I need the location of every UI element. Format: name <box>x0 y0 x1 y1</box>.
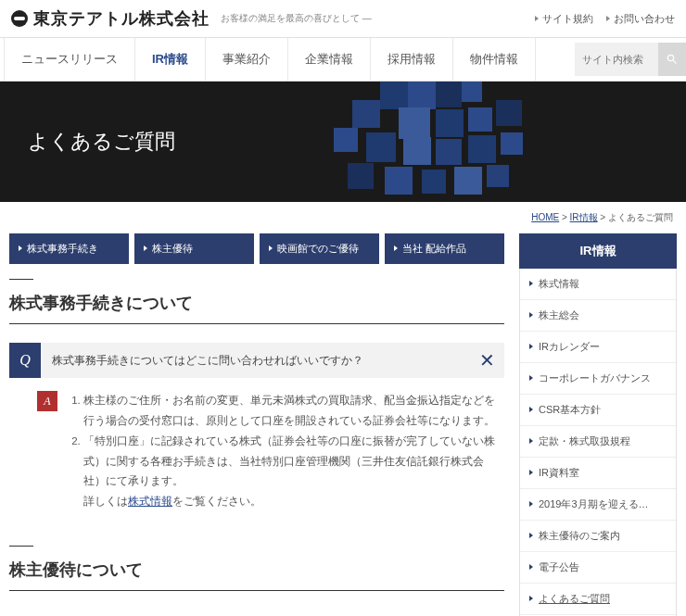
search-icon <box>666 53 679 66</box>
sidebar-list: 株式情報株主総会IRカレンダーコーポレートガバナンスCSR基本方針定款・株式取扱… <box>519 269 677 616</box>
link-terms[interactable]: サイト規約 <box>535 12 593 26</box>
question-text: 株式事務手続きについてはどこに問い合わせればいいですか？ <box>41 353 469 369</box>
sidebar-item-9[interactable]: 電子公告 <box>520 552 676 584</box>
company-name: 東京テアトル株式会社 <box>33 7 210 30</box>
main-content: 株式事務手続き株主優待映画館でのご優待当社 配給作品 株式事務手続きについて Q… <box>9 233 504 616</box>
hero: よくあるご質問 <box>0 82 686 202</box>
sidebar-item-1[interactable]: 株主総会 <box>520 300 676 332</box>
sidebar-item-4[interactable]: CSR基本方針 <box>520 395 676 426</box>
nav-item-2[interactable]: 事業紹介 <box>206 38 288 81</box>
sidebar: IR情報 株式情報株主総会IRカレンダーコーポレートガバナンスCSR基本方針定款… <box>519 233 677 616</box>
sidebar-item-6[interactable]: IR資料室 <box>520 458 676 489</box>
sidebar-item-3[interactable]: コーポレートガバナンス <box>520 363 676 395</box>
tab-row: 株式事務手続き株主優待映画館でのご優待当社 配給作品 <box>9 233 504 264</box>
tab-2[interactable]: 映画館でのご優待 <box>260 233 379 264</box>
tagline: お客様の満足を最高の喜びとして — <box>221 12 372 25</box>
tab-1[interactable]: 株主優待 <box>134 233 254 264</box>
nav-item-1[interactable]: IR情報 <box>135 38 206 81</box>
sidebar-item-2[interactable]: IRカレンダー <box>520 332 676 363</box>
section-title-stock: 株式事務手続きについて <box>9 292 504 324</box>
tab-0[interactable]: 株式事務手続き <box>9 233 129 264</box>
sidebar-item-5[interactable]: 定款・株式取扱規程 <box>520 426 676 458</box>
logo-icon <box>11 10 28 27</box>
q-badge: Q <box>9 343 41 378</box>
breadcrumb-ir[interactable]: IR情報 <box>570 212 598 222</box>
sidebar-item-8[interactable]: 株主優待のご案内 <box>520 521 676 552</box>
logo[interactable]: 東京テアトル株式会社 <box>11 7 210 30</box>
search-box <box>575 43 686 76</box>
header: 東京テアトル株式会社 お客様の満足を最高の喜びとして — サイト規約 お問い合わ… <box>0 0 686 37</box>
qa-block: Q 株式事務手続きについてはどこに問い合わせればいいですか？ ✕ A 株主様のご… <box>9 343 504 512</box>
tab-3[interactable]: 当社 配給作品 <box>385 233 504 264</box>
a-badge: A <box>37 391 57 411</box>
search-input[interactable] <box>575 54 658 65</box>
nav-item-0[interactable]: ニュースリリース <box>4 38 135 81</box>
nav-item-3[interactable]: 企業情報 <box>288 38 371 81</box>
page-title: よくあるご質問 <box>28 128 175 156</box>
sidebar-item-0[interactable]: 株式情報 <box>520 269 676 300</box>
close-icon[interactable]: ✕ <box>469 349 504 371</box>
link-contact[interactable]: お問い合わせ <box>606 12 675 26</box>
breadcrumb-current: よくあるご質問 <box>608 212 673 222</box>
link-stock-info[interactable]: 株式情報 <box>128 496 172 507</box>
answer-body: 株主様のご住所・お名前の変更、単元未満株式の買取請求、配当金振込指定などを行う場… <box>57 391 495 512</box>
section-title-benefit: 株主優待について <box>9 559 504 591</box>
header-links: サイト規約 お問い合わせ <box>535 12 675 26</box>
sidebar-item-7[interactable]: 2019年3月期を迎える… <box>520 489 676 521</box>
breadcrumb: HOME > IR情報 > よくあるご質問 <box>0 202 686 233</box>
answer-item-1: 株主様のご住所・お名前の変更、単元未満株式の買取請求、配当金振込指定などを行う場… <box>83 391 495 432</box>
answer-row: A 株主様のご住所・お名前の変更、単元未満株式の買取請求、配当金振込指定などを行… <box>9 378 504 512</box>
nav-item-4[interactable]: 採用情報 <box>371 38 453 81</box>
nav-item-5[interactable]: 物件情報 <box>453 38 536 81</box>
answer-item-2: 「特別口座」に記録されている株式（証券会社等の口座に振替が完了していない株式）に… <box>83 432 495 512</box>
search-button[interactable] <box>658 43 686 76</box>
main-nav: ニュースリリースIR情報事業紹介企業情報採用情報物件情報 <box>0 37 686 82</box>
question-row[interactable]: Q 株式事務手続きについてはどこに問い合わせればいいですか？ ✕ <box>9 343 504 378</box>
hero-pattern <box>297 82 556 202</box>
breadcrumb-home[interactable]: HOME <box>531 212 559 222</box>
sidebar-heading: IR情報 <box>519 233 677 269</box>
sidebar-item-10[interactable]: よくあるご質問 <box>520 584 676 615</box>
